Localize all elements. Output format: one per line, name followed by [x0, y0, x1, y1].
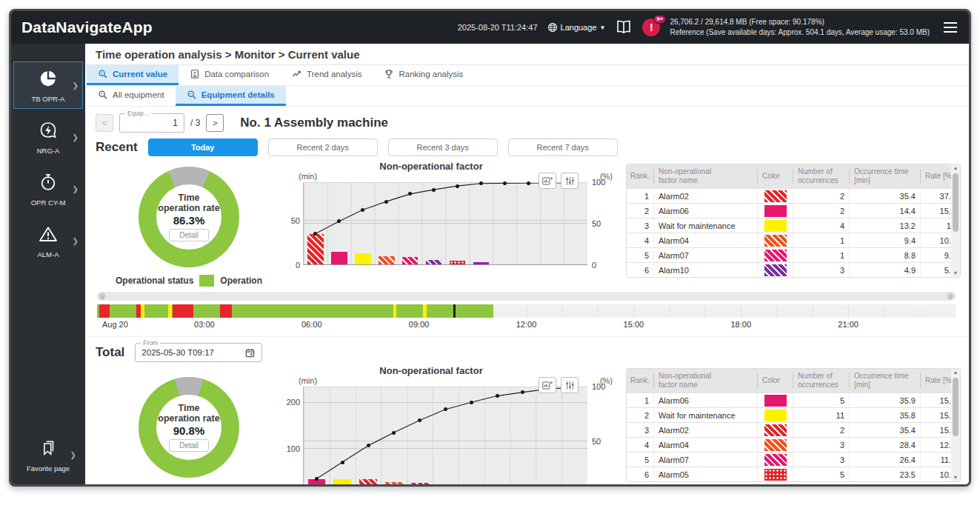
timeline-tick-label: 18:00	[730, 320, 751, 329]
table-row[interactable]: 6Alarm05523.510.1	[627, 467, 960, 481]
storage-usage: 26,706.2 / 29,614.8 MB (Free space: 90.1…	[670, 17, 930, 27]
table-scrollbar[interactable]: ▲▼	[951, 164, 960, 277]
cell-occurrences: 5	[793, 467, 849, 481]
tab-data-comparison[interactable]: Data comparison	[179, 65, 280, 85]
scroll-down-icon[interactable]: ▼	[953, 474, 959, 481]
table-row[interactable]: 4Alarm0419.410.1	[627, 233, 960, 247]
table-row[interactable]: 4Alarm04328.412.2	[627, 437, 960, 452]
table-scrollbar[interactable]: ▲▼	[951, 369, 960, 481]
cell-occurrences: 3	[793, 452, 849, 467]
table-header: Rank.Non-operational factor nameColorNum…	[627, 164, 960, 188]
chart-settings-button[interactable]	[561, 377, 579, 393]
alert-badge: 9+	[653, 15, 666, 24]
table-row[interactable]: 6Alarm1034.95.2	[627, 262, 960, 277]
from-date-field[interactable]: From 2025-05-30 T09:17	[135, 343, 262, 362]
cell-occurrences: 11	[793, 408, 849, 422]
calendar-icon[interactable]	[244, 347, 256, 358]
subtab-bar: All equipmentEquipment details	[85, 86, 969, 107]
equipment-prev-button[interactable]: <	[96, 114, 113, 132]
table-row[interactable]: 1Alarm02235.437.7	[627, 188, 960, 203]
sidebar-item-label: TB OPR-A	[32, 95, 65, 103]
detail-button[interactable]: Detail	[169, 439, 209, 452]
column-header: Non-operational factor name	[653, 373, 757, 388]
manual-book-icon[interactable]	[615, 20, 633, 35]
equipment-number-field[interactable]: Equip... 1	[119, 113, 184, 133]
trend-icon	[291, 69, 302, 79]
operational-status-legend: Operational status Operation	[116, 275, 262, 287]
storage-info: 26,706.2 / 29,614.8 MB (Free space: 90.1…	[670, 17, 930, 38]
donut-title: Time operation rate	[158, 403, 220, 424]
range-button-recent-2-days[interactable]: Recent 2 days	[268, 138, 378, 156]
hamburger-menu-icon[interactable]	[939, 21, 961, 33]
add-chart-button[interactable]	[539, 377, 556, 393]
table-row[interactable]: 5Alarm07326.411.3	[627, 452, 960, 467]
cell-occurrences: 2	[793, 204, 849, 218]
table-row[interactable]: 2Wait for maintenance1135.815.4	[627, 407, 960, 422]
table-row[interactable]: 3Wait for maintenance413.214	[627, 218, 960, 233]
tab-current-value[interactable]: Current value	[87, 65, 179, 85]
timeline-scrollbar[interactable]: ∥ ∥	[97, 292, 956, 301]
cumulative-line	[304, 387, 587, 487]
cell-time: 35.4	[849, 189, 920, 203]
cell-rank: 5	[627, 248, 653, 262]
timeline-tick-label: Aug 20	[102, 320, 128, 329]
header-timestamp: 2025-08-20 T11:24:47	[458, 23, 538, 32]
range-button-today[interactable]: Today	[148, 138, 258, 156]
pareto-plot	[303, 182, 587, 265]
alert-notification-icon[interactable]: !9+	[642, 19, 660, 36]
y-axis-unit-left: (min)	[299, 376, 317, 385]
scrollbar-left-grip[interactable]: ∥	[99, 293, 106, 300]
equipment-next-button[interactable]: >	[206, 114, 224, 132]
status-segment-black	[453, 304, 456, 318]
app-header: DataNavigateApp 2025-08-20 T11:24:47 Lan…	[11, 11, 969, 44]
magnifier-icon	[98, 69, 108, 79]
pareto-bar	[437, 484, 455, 487]
status-segment-red	[173, 304, 193, 318]
cell-rank: 4	[627, 438, 653, 452]
cell-time: 35.8	[849, 408, 920, 422]
scroll-up-icon[interactable]: ▲	[953, 369, 959, 376]
tab-bar: Current valueData comparisonTrend analys…	[85, 65, 969, 86]
cell-factor-name: Alarm05	[653, 467, 757, 481]
app-window: DataNavigateApp 2025-08-20 T11:24:47 Lan…	[9, 9, 971, 487]
scrollbar-right-grip[interactable]: ∥	[947, 293, 954, 300]
cell-color	[757, 233, 793, 247]
tab-ranking-analysis[interactable]: Ranking analysis	[373, 65, 474, 85]
column-header: Color	[757, 169, 793, 184]
sidebar-item-label: Favorite page	[27, 464, 70, 472]
y-axis-right: 050100	[587, 387, 617, 487]
subtab-all-equipment[interactable]: All equipment	[87, 86, 176, 106]
cell-time: 35.4	[849, 423, 920, 437]
range-button-recent-7-days[interactable]: Recent 7 days	[508, 138, 618, 156]
table-row[interactable]: 3Alarm02235.415.2	[627, 422, 960, 437]
range-button-recent-3-days[interactable]: Recent 3 days	[388, 138, 498, 156]
sidebar-item-opr-cy-m[interactable]: OPR CY-M❯	[13, 165, 83, 213]
cell-factor-name: Alarm02	[653, 189, 757, 203]
table-row[interactable]: 2Alarm06214.415.3	[627, 203, 960, 218]
cell-time: 4.9	[849, 263, 920, 277]
table-row[interactable]: 5Alarm0718.89.4	[627, 247, 960, 262]
cell-color	[757, 393, 793, 407]
tab-trend-analysis[interactable]: Trend analysis	[280, 65, 373, 85]
sidebar-item-nrg-a[interactable]: NRG-A❯	[13, 113, 83, 161]
magnifier-icon	[98, 90, 108, 100]
add-chart-button[interactable]	[539, 173, 556, 189]
cell-time: 9.4	[849, 233, 920, 247]
cell-color	[757, 204, 793, 218]
status-segment-yellow	[168, 304, 172, 318]
language-label: Language	[561, 23, 597, 32]
detail-button[interactable]: Detail	[169, 229, 209, 241]
chevron-right-icon: ❯	[73, 81, 79, 90]
chart-settings-button[interactable]	[561, 173, 579, 189]
scroll-up-icon[interactable]: ▲	[953, 164, 959, 172]
subtab-equipment-details[interactable]: Equipment details	[176, 86, 286, 106]
sidebar-item-tb-opr-a[interactable]: TB OPR-A❯	[13, 61, 83, 109]
sidebar-item-favorite-page[interactable]: Favorite page❯	[16, 431, 81, 478]
sidebar-item-alm-a[interactable]: ALM-A❯	[13, 217, 83, 264]
timeline-tick-label: 06:00	[301, 320, 322, 329]
alarm-triangle-icon	[39, 224, 58, 247]
table-row[interactable]: 1Alarm06535.915.4	[627, 393, 960, 407]
trophy-icon	[384, 69, 394, 79]
language-selector[interactable]: Language ▼	[547, 22, 606, 33]
scroll-down-icon[interactable]: ▼	[953, 270, 959, 277]
